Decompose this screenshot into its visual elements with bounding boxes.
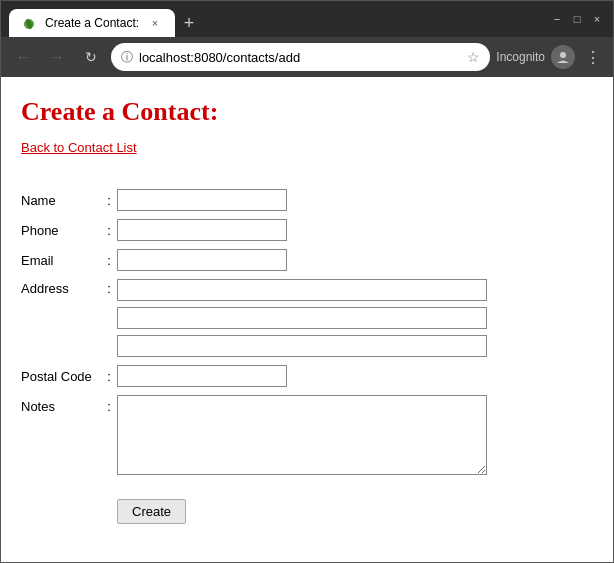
address-line1-input[interactable] bbox=[117, 279, 487, 301]
url-text: localhost:8080/contacts/add bbox=[139, 50, 461, 65]
maximize-button[interactable]: □ bbox=[569, 11, 585, 27]
address-row: Address : bbox=[21, 279, 593, 357]
phone-row: Phone : bbox=[21, 219, 593, 241]
phone-colon: : bbox=[101, 223, 117, 238]
page-title: Create a Contact: bbox=[21, 97, 593, 127]
back-to-contact-list-link[interactable]: Back to Contact List bbox=[21, 140, 137, 155]
active-tab[interactable]: Create a Contact: × bbox=[9, 9, 175, 37]
address-inputs bbox=[117, 279, 487, 357]
tab-close-button[interactable]: × bbox=[147, 15, 163, 31]
incognito-icon bbox=[551, 45, 575, 69]
address-bar[interactable]: ⓘ localhost:8080/contacts/add ☆ bbox=[111, 43, 490, 71]
notes-textarea[interactable] bbox=[117, 395, 487, 475]
minimize-button[interactable]: − bbox=[549, 11, 565, 27]
address-colon: : bbox=[101, 279, 117, 296]
incognito-label: Incognito bbox=[496, 50, 545, 64]
nav-bar: ← → ↻ ⓘ localhost:8080/contacts/add ☆ In… bbox=[1, 37, 613, 77]
name-input[interactable] bbox=[117, 189, 287, 211]
name-row: Name : bbox=[21, 189, 593, 211]
tab-area: Create a Contact: × + bbox=[9, 1, 541, 37]
postal-code-input[interactable] bbox=[117, 365, 287, 387]
tab-favicon-icon bbox=[21, 15, 37, 31]
notes-colon: : bbox=[101, 395, 117, 414]
postal-code-label: Postal Code bbox=[21, 369, 101, 384]
browser-window: Create a Contact: × + − □ × ← → ↻ ⓘ loca… bbox=[0, 0, 614, 563]
incognito-area: Incognito bbox=[496, 45, 575, 69]
reload-button[interactable]: ↻ bbox=[77, 43, 105, 71]
svg-point-2 bbox=[560, 52, 566, 58]
name-label: Name bbox=[21, 193, 101, 208]
forward-button[interactable]: → bbox=[43, 43, 71, 71]
email-input[interactable] bbox=[117, 249, 287, 271]
back-button[interactable]: ← bbox=[9, 43, 37, 71]
window-controls: − □ × bbox=[549, 11, 605, 27]
name-colon: : bbox=[101, 193, 117, 208]
create-button[interactable]: Create bbox=[117, 499, 186, 524]
email-label: Email bbox=[21, 253, 101, 268]
address-label: Address bbox=[21, 279, 101, 296]
title-bar: Create a Contact: × + − □ × bbox=[1, 1, 613, 37]
create-button-row: Create bbox=[117, 485, 593, 524]
notes-row: Notes : bbox=[21, 395, 593, 475]
postal-code-row: Postal Code : bbox=[21, 365, 593, 387]
lock-icon: ⓘ bbox=[121, 49, 133, 66]
postal-code-colon: : bbox=[101, 369, 117, 384]
phone-input[interactable] bbox=[117, 219, 287, 241]
contact-form: Name : Phone : Email : Address : bbox=[21, 189, 593, 524]
address-line2-input[interactable] bbox=[117, 307, 487, 329]
tab-title-label: Create a Contact: bbox=[45, 16, 139, 30]
phone-label: Phone bbox=[21, 223, 101, 238]
email-row: Email : bbox=[21, 249, 593, 271]
close-window-button[interactable]: × bbox=[589, 11, 605, 27]
notes-label: Notes bbox=[21, 395, 101, 414]
browser-menu-button[interactable]: ⋮ bbox=[581, 44, 605, 71]
bookmark-icon[interactable]: ☆ bbox=[467, 49, 480, 65]
page-content: Create a Contact: Back to Contact List N… bbox=[1, 77, 613, 562]
address-line3-input[interactable] bbox=[117, 335, 487, 357]
new-tab-button[interactable]: + bbox=[175, 9, 203, 37]
email-colon: : bbox=[101, 253, 117, 268]
